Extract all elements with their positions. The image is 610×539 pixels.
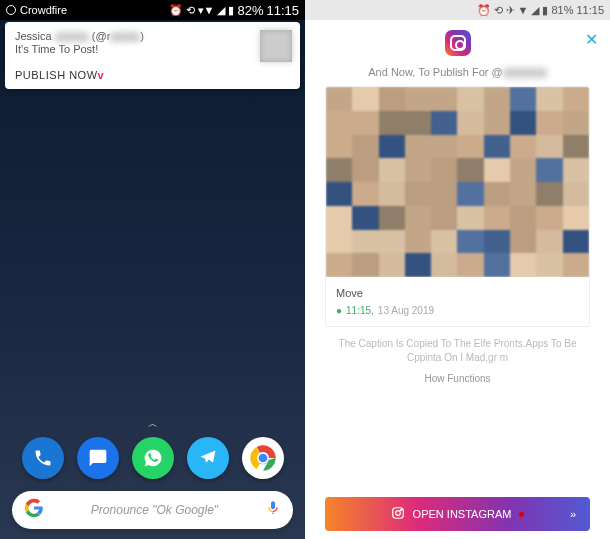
svg-point-5 xyxy=(400,509,401,510)
clock-icon: ● xyxy=(336,305,342,316)
app-dock xyxy=(0,437,305,479)
plane-icon: ✈ xyxy=(506,4,515,17)
chrome-app-icon[interactable] xyxy=(242,437,284,479)
battery-icon: ▮ xyxy=(228,4,234,17)
notification-thumbnail xyxy=(260,30,292,62)
chevron-right-icon: » xyxy=(570,508,576,520)
google-search-bar[interactable]: Pronounce "Ok Google" xyxy=(12,491,293,529)
red-dot-icon xyxy=(519,512,524,517)
app-drawer-handle[interactable]: ︿ xyxy=(0,417,305,431)
status-app-name: Crowdfire xyxy=(20,4,67,16)
phone-home-screen: Crowdfire ⏰ ⟲ ▾▼ ◢ ▮ 82% 11:15 Jessica (… xyxy=(0,0,305,539)
status-time: 11:15 xyxy=(266,3,299,18)
publish-subtitle: And Now, To Publish For @ xyxy=(305,66,610,78)
wifi-icon: ▾▼ xyxy=(198,4,215,17)
post-caption-title: Move xyxy=(336,287,579,299)
battery-pct: 81% xyxy=(551,4,573,16)
notification-title: Jessica (@r) xyxy=(15,30,290,42)
screen-header: ✕ xyxy=(305,20,610,62)
post-schedule-time: ● 11:15, 13 Aug 2019 xyxy=(336,305,579,316)
alarm-icon: ⏰ xyxy=(169,4,183,17)
caption-info-text: The Caption Is Copied To The Eife Pronts… xyxy=(325,337,590,365)
alarm-icon: ⏰ xyxy=(477,4,491,17)
close-icon[interactable]: ✕ xyxy=(585,30,598,49)
wifi-icon: ▼ xyxy=(518,4,529,16)
status-bar: Crowdfire ⏰ ⟲ ▾▼ ◢ ▮ 82% 11:15 xyxy=(0,0,305,20)
open-instagram-button[interactable]: OPEN INSTAGRAM » xyxy=(325,497,590,531)
status-time: 11:15 xyxy=(576,4,604,16)
google-g-icon xyxy=(24,498,44,522)
svg-point-4 xyxy=(395,511,400,516)
signal-icon: ◢ xyxy=(531,4,539,17)
telegram-app-icon[interactable] xyxy=(187,437,229,479)
link-icon: ⟲ xyxy=(494,4,503,17)
notification-card[interactable]: Jessica (@r) It's Time To Post! PUBLISH … xyxy=(5,22,300,89)
notification-subtitle: It's Time To Post! xyxy=(15,43,290,55)
instagram-small-icon xyxy=(391,506,405,522)
phone-app-icon[interactable] xyxy=(22,437,64,479)
battery-icon: ▮ xyxy=(542,4,548,17)
status-bar: ⏰ ⟲ ✈ ▼ ◢ ▮ 81% 11:15 xyxy=(305,0,610,20)
link-icon: ⟲ xyxy=(186,4,195,17)
messages-app-icon[interactable] xyxy=(77,437,119,479)
whatsapp-app-icon[interactable] xyxy=(132,437,174,479)
signal-icon: ◢ xyxy=(217,4,225,17)
publish-now-action[interactable]: PUBLISH NOWv xyxy=(15,69,290,81)
crowdfire-icon xyxy=(6,5,16,15)
open-instagram-label: OPEN INSTAGRAM xyxy=(413,508,512,520)
crowdfire-publish-screen: ⏰ ⟲ ✈ ▼ ◢ ▮ 81% 11:15 ✕ And Now, To Publ… xyxy=(305,0,610,539)
battery-pct: 82% xyxy=(237,3,263,18)
post-image xyxy=(326,87,589,277)
post-preview-card: Move ● 11:15, 13 Aug 2019 xyxy=(325,86,590,327)
instagram-icon xyxy=(445,30,471,56)
how-functions-link[interactable]: How Functions xyxy=(305,373,610,384)
search-placeholder: Pronounce "Ok Google" xyxy=(56,503,253,517)
mic-icon[interactable] xyxy=(265,500,281,520)
